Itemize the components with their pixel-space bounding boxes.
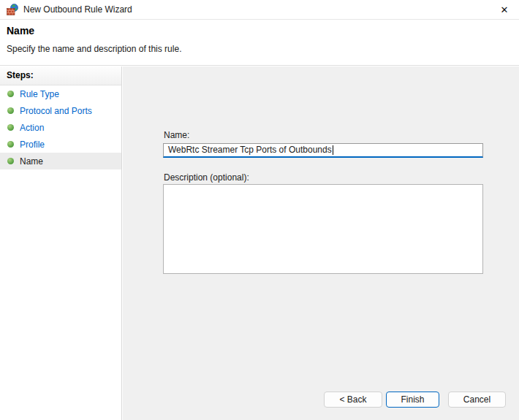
finish-button[interactable]: Finish <box>386 392 439 408</box>
page-subtitle: Specify the name and description of this… <box>7 44 181 54</box>
step-item-rule-type[interactable]: Rule Type <box>0 85 121 102</box>
wizard-body: Steps: Rule Type Protocol and Ports Acti… <box>0 66 519 420</box>
step-item-profile[interactable]: Profile <box>0 136 121 153</box>
wizard-header: Name Specify the name and description of… <box>0 20 519 66</box>
name-input[interactable]: WebRtc Streamer Tcp Ports of Outbounds <box>163 143 483 158</box>
step-label: Action <box>20 123 44 133</box>
window-title: New Outbound Rule Wizard <box>23 4 132 15</box>
step-bullet-icon <box>7 124 14 131</box>
step-label: Profile <box>20 140 45 150</box>
name-field-label: Name: <box>164 130 189 140</box>
close-button[interactable]: ✕ <box>494 1 515 18</box>
step-bullet-icon <box>7 107 14 114</box>
step-item-name[interactable]: Name <box>0 153 121 169</box>
firewall-icon <box>7 4 18 15</box>
description-field-label: Description (optional): <box>164 172 249 183</box>
steps-sidebar: Steps: Rule Type Protocol and Ports Acti… <box>0 66 122 420</box>
step-label: Protocol and Ports <box>20 106 92 116</box>
step-item-action[interactable]: Action <box>0 119 121 136</box>
steps-heading: Steps: <box>0 66 121 85</box>
new-outbound-rule-wizard-dialog: New Outbound Rule Wizard ✕ Name Specify … <box>0 0 519 420</box>
step-item-protocol-and-ports[interactable]: Protocol and Ports <box>0 102 121 119</box>
back-button[interactable]: < Back <box>324 392 382 408</box>
step-label: Rule Type <box>20 89 59 99</box>
description-textarea[interactable] <box>163 184 483 274</box>
step-label: Name <box>20 156 43 167</box>
step-bullet-icon <box>7 91 14 97</box>
page-title: Name <box>7 25 34 37</box>
name-input-value: WebRtc Streamer Tcp Ports of Outbounds <box>168 145 332 155</box>
text-caret <box>333 145 333 155</box>
title-bar[interactable]: New Outbound Rule Wizard ✕ <box>0 0 519 20</box>
step-bullet-icon <box>7 141 14 148</box>
cancel-button[interactable]: Cancel <box>448 392 506 408</box>
step-bullet-icon <box>7 158 14 164</box>
